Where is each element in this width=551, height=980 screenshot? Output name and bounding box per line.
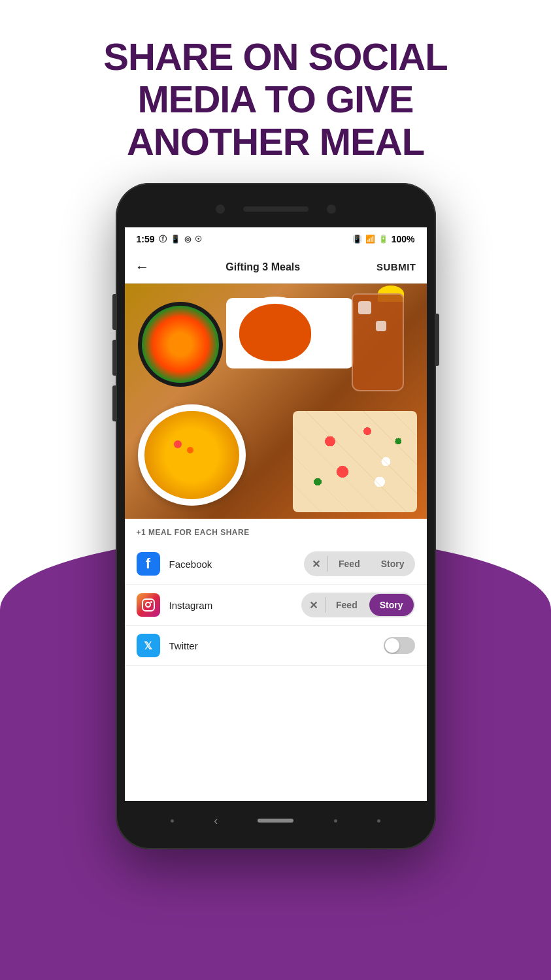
power-button — [436, 314, 439, 366]
ice-cube — [358, 301, 371, 314]
facebook-icon: f — [137, 552, 160, 576]
back-button[interactable]: ← — [135, 259, 150, 276]
nav-bar: ← Gifting 3 Meals SUBMIT — [125, 251, 427, 284]
flatbread-pizza — [293, 411, 417, 512]
phone-outer-shell: 1:59 ⓕ 📱 ◎ ☉ 📳 📶 🔋 100% ← — [116, 183, 436, 849]
facebook-pill-group[interactable]: ✕ Feed Story — [304, 551, 414, 576]
phone-device: 1:59 ⓕ 📱 ◎ ☉ 📳 📶 🔋 100% ← — [116, 183, 436, 849]
instagram-feed-button[interactable]: Feed — [326, 593, 368, 617]
status-bar: 1:59 ⓕ 📱 ◎ ☉ 📳 📶 🔋 100% — [125, 227, 427, 251]
vibrate-icon: 📳 — [352, 235, 362, 244]
silent-button — [112, 385, 116, 421]
phone-top-bar — [125, 192, 427, 226]
instagram-share-row: Instagram ✕ Feed Story — [125, 585, 427, 626]
battery-icon: 🔋 — [378, 235, 388, 244]
yellow-soup-inner — [144, 411, 239, 499]
status-time: 1:59 — [137, 234, 155, 244]
twitter-share-row: 𝕏 Twitter — [125, 626, 427, 666]
status-right: 📳 📶 🔋 100% — [352, 234, 415, 244]
nav-dot-far — [377, 819, 380, 823]
volume-up-button — [112, 294, 116, 330]
facebook-feed-button[interactable]: Feed — [328, 551, 371, 576]
nav-back-arrow[interactable]: ‹ — [214, 814, 218, 828]
twitter-icon: 𝕏 — [137, 634, 160, 657]
soup-garnish — [174, 440, 182, 448]
home-indicator[interactable] — [258, 819, 293, 823]
twitter-name: Twitter — [169, 640, 384, 651]
facebook-x-button[interactable]: ✕ — [304, 551, 327, 576]
facebook-share-row: f Facebook ✕ Feed Story — [125, 544, 427, 585]
tomato-soup-inner — [239, 304, 311, 361]
headline: SHARE ON SOCIAL MEDIA TO GIVE ANOTHER ME… — [0, 36, 551, 163]
facebook-status-icon: ⓕ — [159, 234, 167, 245]
battery-percent: 100% — [392, 234, 415, 244]
flatbread-texture — [293, 411, 417, 512]
ice-cube-2 — [376, 321, 386, 331]
instagram-name: Instagram — [169, 600, 302, 611]
facebook-name: Facebook — [169, 559, 305, 570]
nav-dot-right — [334, 819, 337, 823]
headline-text: SHARE ON SOCIAL MEDIA TO GIVE ANOTHER ME… — [39, 36, 512, 163]
phone-bottom-nav: ‹ — [125, 801, 427, 840]
status-left: 1:59 ⓕ 📱 ◎ ☉ — [137, 234, 202, 245]
food-background — [125, 284, 427, 519]
facebook-share-controls[interactable]: ✕ Feed Story — [304, 551, 414, 576]
facebook-story-button[interactable]: Story — [371, 551, 415, 576]
tomato-soup-bowl — [233, 297, 318, 368]
yellow-soup-bowl — [138, 404, 246, 506]
nav-title: Gifting 3 Meals — [225, 261, 300, 273]
food-image — [125, 284, 427, 519]
sim-status-icon: 📱 — [171, 235, 180, 244]
soup-garnish-2 — [187, 447, 193, 453]
front-camera — [327, 204, 336, 214]
nav-dot-left — [171, 819, 174, 823]
wifi-icon: 📶 — [365, 235, 375, 244]
instagram-x-button[interactable]: ✕ — [301, 593, 325, 617]
instagram-share-controls[interactable]: ✕ Feed Story — [301, 593, 414, 617]
food-items — [125, 284, 427, 519]
twitter-toggle[interactable] — [384, 637, 415, 654]
drink-body — [352, 293, 404, 391]
camera-dot-left — [216, 204, 225, 214]
salad-inner — [142, 306, 219, 383]
submit-button[interactable]: SUBMIT — [376, 261, 416, 272]
iced-drink — [352, 293, 407, 401]
target-status-icon: ◎ — [184, 235, 191, 244]
instagram-icon — [137, 593, 160, 617]
phone-inner-shell: 1:59 ⓕ 📱 ◎ ☉ 📳 📶 🔋 100% ← — [125, 192, 427, 840]
speaker-bar — [243, 206, 309, 212]
share-section: +1 MEAL FOR EACH SHARE f Facebook ✕ Feed… — [125, 519, 427, 666]
instagram-story-button[interactable]: Story — [369, 594, 414, 616]
meal-share-label: +1 MEAL FOR EACH SHARE — [125, 519, 427, 544]
volume-down-button — [112, 340, 116, 376]
chrome-status-icon: ☉ — [195, 235, 202, 244]
instagram-pill-group[interactable]: ✕ Feed Story — [301, 593, 414, 617]
salad-bowl — [138, 302, 223, 387]
screen-content: 1:59 ⓕ 📱 ◎ ☉ 📳 📶 🔋 100% ← — [125, 227, 427, 801]
